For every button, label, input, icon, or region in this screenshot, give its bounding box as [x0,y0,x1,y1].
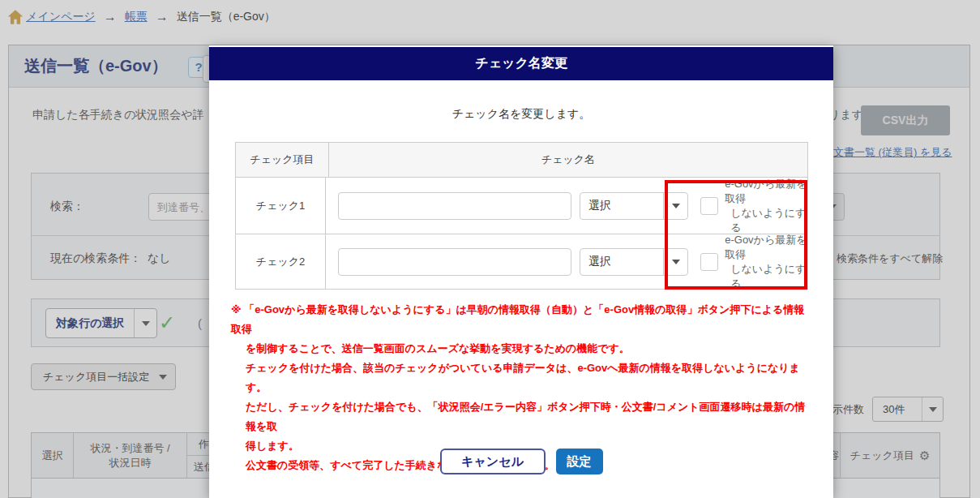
chevron-down-icon [663,193,687,219]
note-line: ただし、チェックを付けた場合でも、「状況照会/エラー内容」ボタン押下時・公文書/… [231,397,811,436]
no-fetch-label-line2: しないようにする [725,262,807,291]
no-fetch-label-line1: e-Govから最新を取得 [725,177,807,206]
check2-no-fetch-wrap: e-Govから最新を取得 しないようにする [700,233,807,291]
col-check-item-header: チェック項目 [236,143,329,177]
check2-label: チェック2 [236,234,326,289]
screen: メインページ → 帳票 → 送信一覧（e-Gov） 送信一覧（e-Gov） ? … [0,0,980,498]
table-row: チェック1 選択 e-Govから最新を取得 しないようにする [236,177,807,234]
no-fetch-label-line2: しないようにする [725,206,807,235]
table-row: チェック2 選択 e-Govから最新を取得 しないようにする [236,234,807,289]
submit-button[interactable]: 設定 [556,449,603,474]
note-line: チェックを付けた場合、該当のチェックがついている申請データは、e-Govへ最新の… [231,358,811,397]
note-line: を制御することで、送信一覧画面のスムーズな挙動を実現するための機能です。 [231,339,811,358]
check1-no-fetch-checkbox[interactable] [700,197,718,215]
check1-label: チェック1 [236,178,326,234]
check1-no-fetch-label: e-Govから最新を取得 しないようにする [725,177,807,235]
check1-name-input[interactable] [338,192,571,220]
check2-no-fetch-label: e-Govから最新を取得 しないようにする [725,233,807,291]
cancel-button[interactable]: キャンセル [440,449,546,474]
no-fetch-label-line1: e-Govから最新を取得 [725,233,807,262]
check1-no-fetch-wrap: e-Govから最新を取得 しないようにする [700,177,807,235]
col-check-name-header: チェック名 [329,143,807,177]
check2-name-input[interactable] [338,248,571,276]
check1-select[interactable]: 選択 [580,192,688,220]
check-name-table: チェック項目 チェック名 チェック1 選択 e-Govから最新を取得 しな [235,142,808,290]
modal-buttons: キャンセル 設定 [209,449,833,474]
check2-select[interactable]: 選択 [580,248,688,276]
table-header-row: チェック項目 チェック名 [236,143,807,177]
modal-title: チェック名変更 [209,47,833,80]
modal-subtitle: チェック名を変更します。 [209,107,833,122]
chevron-down-icon [663,249,687,275]
check-name-change-modal: チェック名変更 チェック名を変更します。 チェック項目 チェック名 チェック1 … [209,45,833,498]
note-line: ※ 「e-Govから最新を取得しないようにする」は早朝の情報取得（自動）と「e-… [231,300,811,339]
check2-select-value: 選択 [580,255,663,269]
check1-select-value: 選択 [580,199,663,213]
check2-no-fetch-checkbox[interactable] [700,253,718,271]
